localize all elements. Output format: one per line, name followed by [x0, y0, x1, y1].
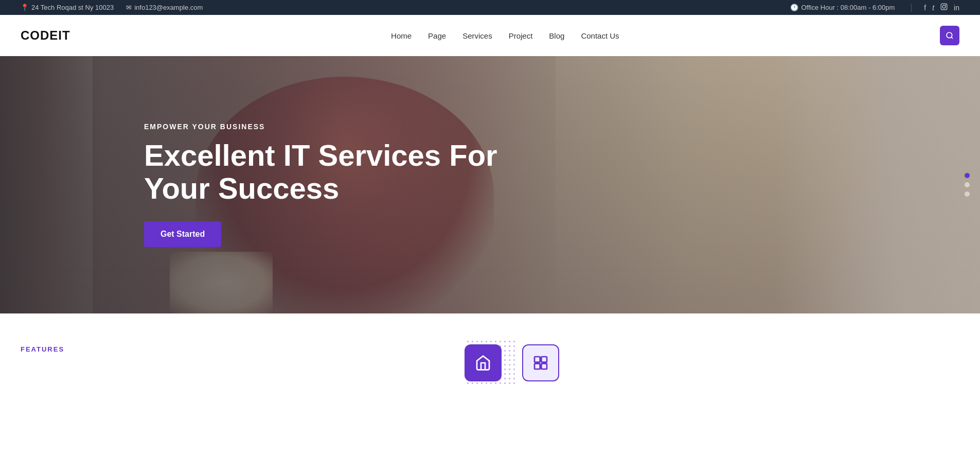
- logo[interactable]: CODEIT: [21, 28, 70, 43]
- nav-item-page[interactable]: Page: [428, 31, 446, 40]
- divider: [911, 4, 912, 12]
- email-info: ✉ info123@example.com: [126, 4, 203, 11]
- twitter-icon[interactable]: t: [932, 4, 934, 12]
- slide-dot-2[interactable]: [965, 182, 970, 187]
- features-icons-area: [64, 344, 959, 381]
- svg-rect-5: [534, 357, 540, 362]
- svg-point-1: [942, 5, 946, 8]
- hero-title-line1: Excellent IT Services For: [144, 138, 497, 172]
- feature-item-1: [465, 344, 502, 381]
- linkedin-icon[interactable]: in: [954, 4, 959, 12]
- address-text: 24 Tech Roqad st Ny 10023: [31, 4, 114, 11]
- features-label: FEATURES: [21, 314, 64, 353]
- hero-content: EMPOWER YOUR BUSINESS Excellent IT Servi…: [144, 123, 497, 247]
- svg-rect-8: [541, 363, 547, 369]
- svg-rect-7: [534, 363, 540, 369]
- features-label-container: FEATURES: [21, 344, 64, 354]
- search-button[interactable]: [940, 26, 959, 45]
- nav-item-services[interactable]: Services: [462, 31, 492, 40]
- nav-item-contact[interactable]: Contact Us: [581, 31, 619, 40]
- feature-item-2: [522, 344, 559, 381]
- nav-item-home[interactable]: Home: [391, 31, 412, 40]
- social-icons: f t in: [924, 3, 959, 12]
- email-text: info123@example.com: [134, 4, 203, 11]
- instagram-icon[interactable]: [940, 3, 948, 12]
- svg-point-3: [947, 32, 952, 38]
- hero-title-line2: Your Success: [144, 171, 339, 205]
- hero-section: EMPOWER YOUR BUSINESS Excellent IT Servi…: [0, 56, 980, 313]
- address-info: 📍 24 Tech Roqad st Ny 10023: [21, 4, 114, 11]
- office-hours-text: Office Hour : 08:00am - 6:00pm: [801, 4, 895, 11]
- clock-icon: 🕐: [790, 4, 798, 11]
- svg-line-4: [951, 37, 953, 39]
- slide-dot-3[interactable]: [965, 191, 970, 197]
- top-bar-left: 📍 24 Tech Roqad st Ny 10023 ✉ info123@ex…: [21, 4, 203, 11]
- get-started-button[interactable]: Get Started: [144, 221, 221, 247]
- office-hours: 🕐 Office Hour : 08:00am - 6:00pm: [790, 4, 895, 11]
- slider-dots: [965, 173, 970, 197]
- top-bar-right: 🕐 Office Hour : 08:00am - 6:00pm f t in: [790, 3, 959, 12]
- feature-icon-box-2: [522, 344, 559, 381]
- slide-dot-1[interactable]: [965, 173, 970, 178]
- svg-rect-6: [541, 357, 547, 362]
- main-nav: Home Page Services Project Blog Contact …: [391, 31, 619, 40]
- feature-icon-box-1: [465, 344, 502, 381]
- nav-item-blog[interactable]: Blog: [549, 31, 564, 40]
- email-icon: ✉: [126, 4, 132, 11]
- location-icon: 📍: [21, 4, 29, 11]
- facebook-icon[interactable]: f: [924, 4, 926, 12]
- svg-point-2: [945, 5, 946, 6]
- svg-rect-0: [941, 4, 947, 10]
- hero-subtitle: EMPOWER YOUR BUSINESS: [144, 123, 497, 131]
- top-bar: 📍 24 Tech Roqad st Ny 10023 ✉ info123@ex…: [0, 0, 980, 15]
- features-section: FEATURES: [0, 313, 980, 392]
- nav-item-project[interactable]: Project: [509, 31, 533, 40]
- header: CODEIT Home Page Services Project Blog C…: [0, 15, 980, 56]
- hero-title: Excellent IT Services For Your Success: [144, 139, 497, 205]
